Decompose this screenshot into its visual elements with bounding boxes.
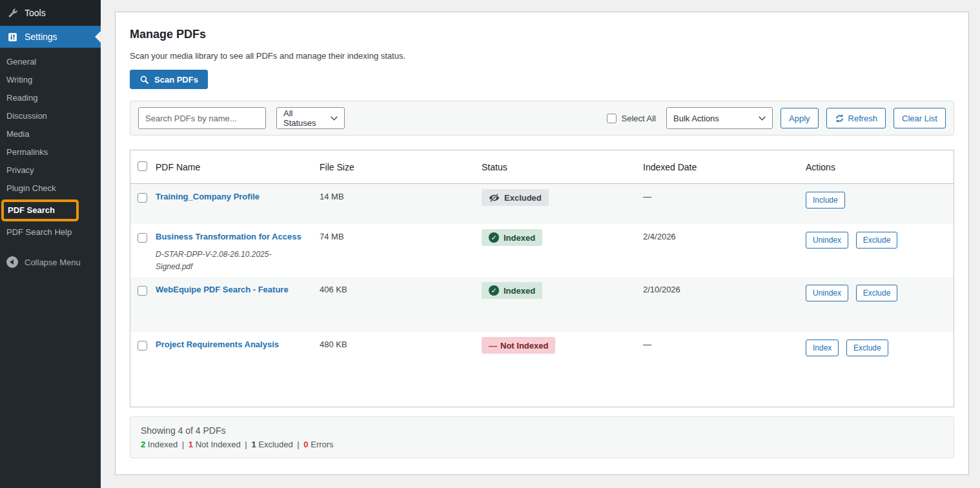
sidebar-item-writing[interactable]: Writing: [0, 71, 101, 89]
unindex-button[interactable]: Unindex: [806, 232, 848, 249]
column-header-status: Status: [482, 162, 643, 172]
sidebar-item-pdf-search-help[interactable]: PDF Search Help: [0, 223, 101, 241]
sidebar-item-permalinks[interactable]: Permalinks: [0, 143, 101, 161]
refresh-label: Refresh: [848, 114, 878, 123]
column-header-pdf-name: PDF Name: [156, 162, 320, 172]
row-checkbox[interactable]: [138, 233, 147, 243]
pdf-name-link[interactable]: WebEquipe PDF Search - Feature: [156, 285, 289, 294]
search-icon: [139, 75, 149, 85]
refresh-button[interactable]: Refresh: [826, 108, 886, 128]
row-checkbox[interactable]: [138, 341, 147, 351]
bulk-actions-value: Bulk Actions: [673, 114, 719, 123]
file-size: 480 KB: [320, 340, 482, 349]
apply-button[interactable]: Apply: [781, 108, 819, 128]
status-badge-indexed: Indexed: [482, 229, 542, 246]
select-all-checkbox[interactable]: [607, 114, 617, 123]
unindex-button[interactable]: Unindex: [806, 285, 848, 301]
table-row: Project Requirements Analysis 480 KB Not…: [130, 332, 954, 407]
clear-list-button[interactable]: Clear List: [893, 108, 946, 128]
pdf-name-link[interactable]: Training_Company Profile: [156, 192, 260, 201]
table-row: Training_Company Profile 14 MB Excluded …: [130, 184, 954, 224]
index-button[interactable]: Index: [806, 340, 839, 356]
status-badge-label: Not Indexed: [500, 341, 548, 351]
highlight-box-pdf-search: PDF Search: [1, 199, 79, 221]
status-badge-label: Indexed: [504, 233, 535, 243]
errors-count-label: Errors: [311, 440, 333, 449]
indexed-count-label: Indexed: [148, 440, 178, 449]
status-badge-excluded: Excluded: [482, 189, 549, 206]
sidebar-item-general[interactable]: General: [0, 53, 101, 71]
admin-sidebar: Tools Settings General Writing Reading D…: [0, 0, 101, 488]
sidebar-item-label: Settings: [25, 32, 57, 42]
collapse-menu-button[interactable]: Collapse Menu: [0, 253, 101, 271]
table-header: PDF Name File Size Status Indexed Date A…: [130, 150, 954, 184]
indexed-count: 2: [141, 440, 145, 449]
eye-slash-icon: [489, 194, 500, 202]
errors-count: 0: [303, 440, 308, 449]
select-all-label: Select All: [622, 114, 656, 123]
sidebar-item-media[interactable]: Media: [0, 125, 101, 143]
column-header-file-size: File Size: [320, 162, 482, 172]
refresh-icon: [835, 114, 844, 123]
page-description: Scan your media library to see all PDFs …: [130, 51, 954, 61]
admin-content: Manage PDFs Scan your media library to s…: [101, 0, 980, 475]
active-menu-arrow: [95, 31, 101, 43]
table-row: Business Transformation for Access D-STA…: [130, 224, 954, 277]
status-badge-indexed: Indexed: [482, 282, 542, 299]
indexed-date: —: [643, 192, 806, 201]
collapse-menu-label: Collapse Menu: [25, 258, 81, 267]
pdf-filename: D-STAR-DPP-V-2.08-26.10.2025-Signed.pdf: [156, 249, 277, 272]
check-circle-icon: [489, 232, 499, 243]
exclude-button[interactable]: Exclude: [856, 285, 898, 301]
exclude-button[interactable]: Exclude: [856, 232, 898, 249]
dash-icon: [489, 341, 496, 351]
sidebar-item-reading[interactable]: Reading: [0, 89, 101, 107]
file-size: 14 MB: [320, 192, 482, 201]
file-size: 406 KB: [320, 285, 482, 294]
collapse-arrow-icon: [6, 256, 18, 268]
indexed-date: 2/10/2026: [643, 285, 806, 294]
status-counts: 2 Indexed | 1 Not Indexed | 1 Excluded |…: [141, 440, 943, 449]
excluded-count: 1: [251, 440, 256, 449]
status-filter-value: All Statuses: [283, 108, 324, 128]
row-checkbox[interactable]: [138, 286, 147, 296]
sidebar-item-privacy[interactable]: Privacy: [0, 161, 101, 179]
row-checkbox[interactable]: [138, 193, 147, 203]
excluded-count-label: Excluded: [258, 440, 292, 449]
settings-submenu: General Writing Reading Discussion Media…: [0, 48, 101, 244]
not-indexed-count: 1: [189, 440, 193, 449]
sidebar-item-pdf-search[interactable]: PDF Search: [4, 202, 76, 219]
column-header-indexed-date: Indexed Date: [643, 162, 806, 172]
separator: |: [245, 440, 247, 449]
wordpress-admin: Tools Settings General Writing Reading D…: [0, 0, 980, 488]
indexed-date: 2/4/2026: [643, 232, 806, 241]
sidebar-item-discussion[interactable]: Discussion: [0, 107, 101, 125]
table-row: WebEquipe PDF Search - Feature 406 KB In…: [130, 277, 954, 332]
indexed-date: —: [643, 340, 806, 349]
sidebar-item-settings[interactable]: Settings: [0, 26, 101, 48]
status-badge-label: Excluded: [504, 193, 542, 203]
pdf-name-link[interactable]: Business Transformation for Access: [156, 232, 301, 241]
sidebar-item-plugin-check[interactable]: Plugin Check: [0, 179, 101, 198]
scan-pdfs-label: Scan PDFs: [154, 75, 198, 85]
header-select-all-checkbox[interactable]: [138, 161, 147, 171]
sidebar-item-tools[interactable]: Tools: [0, 0, 101, 26]
summary-panel: Showing 4 of 4 PDFs 2 Indexed | 1 Not In…: [130, 416, 954, 458]
include-button[interactable]: Include: [806, 192, 845, 208]
chevron-down-icon: [759, 116, 766, 121]
status-badge-not-indexed: Not Indexed: [482, 337, 555, 354]
manage-pdfs-card: Manage PDFs Scan your media library to s…: [115, 12, 969, 475]
search-input[interactable]: [138, 107, 266, 129]
pdf-name-link[interactable]: Project Requirements Analysis: [156, 340, 279, 349]
scan-pdfs-button[interactable]: Scan PDFs: [130, 70, 208, 89]
select-all-control[interactable]: Select All: [607, 114, 656, 123]
showing-count: Showing 4 of 4 PDFs: [141, 425, 943, 436]
separator: |: [297, 440, 299, 449]
chevron-down-icon: [331, 116, 338, 121]
exclude-button[interactable]: Exclude: [846, 340, 888, 356]
check-circle-icon: [489, 285, 499, 296]
status-filter-select[interactable]: All Statuses: [276, 107, 345, 129]
status-badge-label: Indexed: [504, 286, 535, 296]
bulk-actions-select[interactable]: Bulk Actions: [666, 107, 773, 129]
settings-icon: [6, 31, 18, 43]
